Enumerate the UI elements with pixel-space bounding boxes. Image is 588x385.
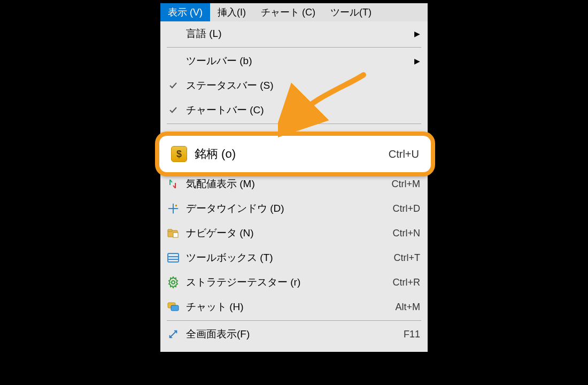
menuitem-chartbar[interactable]: チャートバー (C) (160, 98, 428, 122)
svg-rect-7 (168, 253, 179, 262)
divider (167, 320, 421, 321)
divider (167, 47, 421, 48)
svg-rect-5 (168, 229, 172, 232)
svg-rect-6 (173, 233, 178, 237)
menu-view[interactable]: 表示 (V) (160, 3, 210, 21)
menu-chart[interactable]: チャート (C) (253, 3, 323, 21)
check-icon (166, 103, 181, 118)
crosshair-icon: i (166, 201, 181, 216)
menuitem-strategy-tester[interactable]: ストラテジーテスター (r) Ctrl+R (160, 270, 428, 295)
menuitem-fullscreen[interactable]: 全画面表示(F) F11 (160, 322, 428, 346)
chat-icon (166, 299, 181, 314)
menuitem-data-window[interactable]: i データウインドウ (D) Ctrl+D (160, 196, 428, 221)
menubar: 表示 (V) 挿入(I) チャート (C) ツール(T) (160, 3, 428, 21)
svg-point-10 (172, 281, 175, 284)
divider (167, 124, 421, 124)
check-icon (166, 78, 181, 93)
highlight-symbols[interactable]: $ 銘柄 (o) Ctrl+U (155, 132, 435, 176)
menu-insert[interactable]: 挿入(I) (210, 3, 253, 21)
menuitem-language[interactable]: 言語 (L) ▶ (160, 21, 428, 46)
menuitem-chat[interactable]: チャット (H) Alt+M (160, 295, 428, 319)
menuitem-statusbar[interactable]: ステータスバー (S) (160, 73, 428, 98)
view-dropdown: 言語 (L) ▶ ツールバー (b) ▶ ステータスバー (S) チャートバー … (160, 21, 428, 352)
quotes-icon (166, 176, 181, 191)
folder-icon (166, 226, 181, 241)
app-panel: 表示 (V) 挿入(I) チャート (C) ツール(T) 言語 (L) ▶ ツー… (160, 3, 428, 352)
svg-text:i: i (176, 204, 176, 207)
menuitem-navigator[interactable]: ナビゲータ (N) Ctrl+N (160, 221, 428, 245)
chevron-right-icon: ▶ (414, 57, 420, 65)
menu-tool[interactable]: ツール(T) (323, 3, 379, 21)
dollar-icon: $ (171, 146, 187, 162)
menuitem-toolbar[interactable]: ツールバー (b) ▶ (160, 49, 428, 73)
fullscreen-icon (166, 327, 181, 342)
gear-icon (166, 275, 181, 290)
blank-icon (166, 26, 181, 41)
toolbox-icon (166, 250, 181, 265)
svg-rect-12 (171, 305, 179, 311)
chevron-right-icon: ▶ (414, 29, 420, 38)
menuitem-toolbox[interactable]: ツールボックス (T) Ctrl+T (160, 245, 428, 270)
blank-icon (166, 53, 181, 68)
